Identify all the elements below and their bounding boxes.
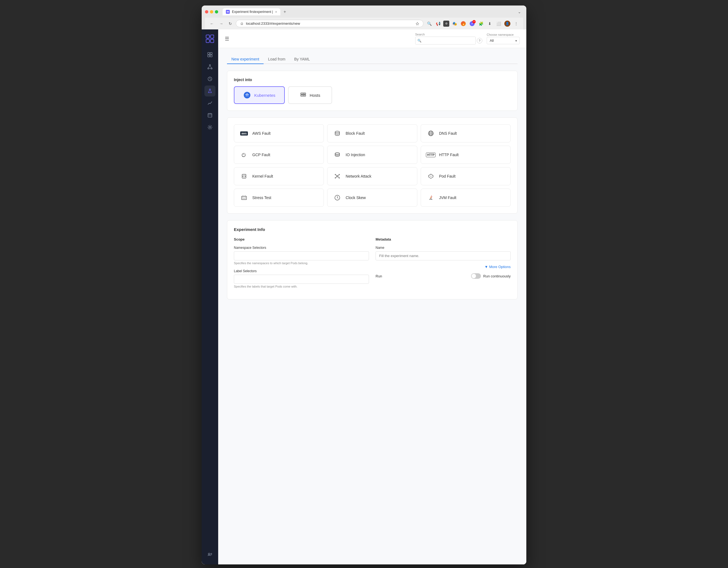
extension-1[interactable]: 📢	[434, 20, 442, 27]
fault-card-network[interactable]: Network Attack	[327, 167, 417, 185]
fault-grid: aws AWS Fault	[234, 124, 511, 207]
more-icon[interactable]: ⋮	[513, 20, 520, 27]
sidebar-item-docs[interactable]	[204, 549, 215, 560]
hamburger-menu[interactable]: ☰	[225, 36, 229, 42]
star-icon[interactable]	[415, 22, 419, 26]
back-button[interactable]: ←	[208, 20, 215, 27]
sidebar-item-history[interactable]	[204, 73, 215, 84]
tab-by-yaml[interactable]: By YAML	[290, 55, 314, 64]
label-selectors-hint: Specifies the labels that target Pods co…	[234, 285, 369, 288]
address-bar[interactable]: localhost:2333/#/experiments/new	[236, 20, 423, 27]
fault-card-pod[interactable]: Pod Fault	[421, 167, 511, 185]
new-tab-button[interactable]: +	[281, 8, 288, 15]
browser-nav: ← → ↻ localhost:2333/#/experiments/new 🔍…	[205, 18, 523, 29]
fault-card-dns[interactable]: DNS Fault	[421, 124, 511, 142]
svg-rect-6	[206, 35, 209, 38]
browser-menu-icon[interactable]: ⌄	[516, 8, 523, 15]
forward-button[interactable]: →	[218, 20, 225, 27]
tab-load-from[interactable]: Load from	[264, 55, 290, 64]
svg-rect-14	[208, 53, 210, 54]
sidebar-item-analytics[interactable]	[204, 98, 215, 109]
more-options-link[interactable]: ▼ More Options	[376, 265, 511, 269]
extension-5[interactable]: 10 #	[469, 20, 476, 27]
label-selectors-input[interactable]	[234, 275, 369, 284]
name-input[interactable]	[376, 251, 511, 261]
chevron-down-icon: ▼	[485, 265, 488, 269]
sidebar-item-dashboard[interactable]	[204, 49, 215, 60]
svg-point-37	[301, 95, 302, 96]
gcp-icon	[240, 150, 248, 159]
fault-card-jvm[interactable]: JVM Fault	[421, 189, 511, 207]
sidebar-item-settings[interactable]	[204, 122, 215, 133]
namespace-selectors-hint: Specifies the namespaces to which target…	[234, 262, 369, 265]
experiment-info-title: Experiment Info	[234, 227, 511, 232]
run-section: Run Run continuously	[376, 273, 511, 279]
aws-icon: aws	[240, 129, 248, 138]
svg-point-52	[339, 178, 340, 179]
extension-4[interactable]: 🔥	[460, 20, 467, 27]
svg-point-31	[208, 553, 210, 555]
maximize-button[interactable]	[215, 10, 218, 13]
extension-3[interactable]: 🎭	[451, 20, 458, 27]
svg-point-46	[335, 153, 340, 154]
fault-card-http[interactable]: HTTP HTTP Fault	[421, 146, 511, 164]
svg-rect-20	[211, 68, 212, 69]
download-icon[interactable]: ⬇	[486, 20, 493, 27]
split-view-icon[interactable]: ⬜	[495, 20, 502, 27]
scope-column: Scope Namespace Selectors Specifies the …	[234, 237, 369, 292]
inject-options: Kubernetes	[234, 86, 511, 104]
more-options: ▼ More Options	[376, 265, 511, 269]
info-grid: Scope Namespace Selectors Specifies the …	[234, 237, 511, 292]
scope-title: Scope	[234, 237, 369, 242]
search-extension[interactable]: 🔍	[426, 20, 433, 27]
inject-hosts-option[interactable]: Hosts	[288, 86, 332, 104]
fault-card-clock[interactable]: Clock Skew	[327, 189, 417, 207]
http-icon: HTTP	[426, 150, 435, 159]
svg-line-21	[208, 66, 210, 68]
fault-name-stress: Stress Test	[252, 196, 271, 200]
profile-icon[interactable]: 👤	[504, 20, 511, 27]
svg-line-56	[338, 177, 339, 178]
fault-name-clock: Clock Skew	[346, 196, 366, 200]
experiment-info-section: Experiment Info Scope Namespace Selector…	[227, 220, 518, 299]
svg-rect-15	[210, 53, 212, 54]
search-input[interactable]	[415, 37, 476, 45]
browser-tab[interactable]: Experiment firstexperiment | ×	[223, 8, 280, 15]
pod-icon	[426, 172, 435, 181]
minimize-button[interactable]	[210, 10, 213, 13]
svg-marker-5	[416, 22, 419, 25]
svg-point-40	[335, 131, 340, 133]
namespace-selectors-input[interactable]	[234, 251, 369, 261]
clock-icon	[333, 193, 342, 202]
fault-card-kernel[interactable]: Kernel Fault	[234, 167, 324, 185]
fault-name-http: HTTP Fault	[439, 153, 459, 157]
help-icon[interactable]: ?	[477, 38, 482, 43]
fault-card-block[interactable]: Block Fault	[327, 124, 417, 142]
tab-new-experiment[interactable]: New experiment	[227, 55, 264, 64]
svg-point-4	[241, 23, 243, 24]
reload-button[interactable]: ↻	[227, 20, 234, 27]
url-text: localhost:2333/#/experiments/new	[246, 21, 413, 26]
namespace-selector: Choose namespace All default kube-system…	[487, 33, 520, 44]
extension-puzzle[interactable]: 🧩	[477, 20, 485, 27]
fault-name-kernel: Kernel Fault	[252, 174, 273, 179]
sidebar-item-topology[interactable]	[204, 61, 215, 72]
dns-icon	[426, 129, 435, 138]
sidebar-item-schedule[interactable]	[204, 110, 215, 121]
label-selectors-label: Label Selectors	[234, 269, 369, 273]
svg-rect-17	[210, 55, 212, 57]
fault-card-io[interactable]: IO Injection	[327, 146, 417, 164]
svg-rect-9	[210, 39, 214, 43]
search-wrapper: 🔍	[415, 37, 476, 45]
sidebar-item-experiments[interactable]	[204, 86, 215, 97]
fault-card-stress[interactable]: Stress Test	[234, 189, 324, 207]
fault-card-gcp[interactable]: GCP Fault	[234, 146, 324, 164]
fault-card-aws[interactable]: aws AWS Fault	[234, 124, 324, 142]
tab-bar: Experiment firstexperiment | × +	[223, 8, 514, 15]
close-button[interactable]	[205, 10, 208, 13]
run-continuously-toggle[interactable]	[471, 273, 481, 279]
inject-kubernetes-option[interactable]: Kubernetes	[234, 86, 285, 104]
tab-close-button[interactable]: ×	[275, 10, 277, 13]
svg-point-49	[335, 174, 336, 175]
extension-2[interactable]: ⚙	[443, 21, 449, 27]
